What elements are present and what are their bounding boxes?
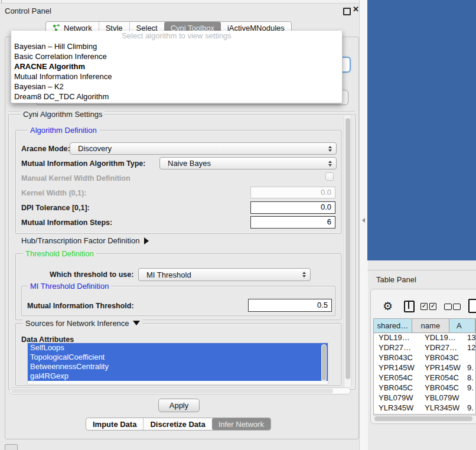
splitter-collapse-icon[interactable] <box>362 218 365 223</box>
document-icon[interactable] <box>468 299 476 313</box>
table-row[interactable]: YER054CYER054C8. <box>374 373 475 383</box>
gear-icon[interactable]: ⚙ <box>383 299 393 313</box>
table-cell: YIL052C <box>379 413 409 415</box>
table-cell: 8. <box>467 373 474 382</box>
cyni-settings-legend: Cyni Algorithm Settings <box>21 110 105 119</box>
table-hscrollbar-thumb[interactable] <box>374 416 472 421</box>
kernel-width-label: Kernel Width (0,1): <box>21 189 86 197</box>
aracne-mode-select[interactable]: Discovery <box>70 142 337 155</box>
which-threshold-select[interactable]: MI Threshold <box>138 268 311 281</box>
table-cell: YBL079W <box>425 393 459 402</box>
attribute-list-item[interactable]: BetweennessCentrality <box>28 362 328 371</box>
table-row[interactable]: YBL079WYBL079W <box>374 393 475 403</box>
screen: Control Panel ✕ Network Style Select Cyn… <box>0 0 476 450</box>
unchecked-box-icon[interactable] <box>444 304 452 310</box>
table-cell: YBL079W <box>379 393 413 402</box>
top-tick <box>1 0 2 3</box>
sources-legend[interactable]: Sources for Network Inference <box>23 319 142 328</box>
settings-vscrollbar-thumb[interactable] <box>345 118 350 379</box>
table-row[interactable]: YLR345WYLR345W9. <box>374 403 475 413</box>
mi-threshold-label: Mutual Information Threshold: <box>27 302 134 310</box>
algorithm-definition-legend: Algorithm Definition <box>28 126 99 135</box>
settings-vscrollbar[interactable] <box>344 116 351 387</box>
settings-hscrollbar-thumb[interactable] <box>11 389 333 393</box>
dpi-tolerance-input[interactable]: 0.0 <box>250 201 335 214</box>
table-cell: YDL19… <box>425 333 456 342</box>
control-panel-titlebar: Control Panel ✕ <box>0 4 359 19</box>
control-panel-title: Control Panel <box>5 6 51 15</box>
close-icon[interactable]: ✕ <box>353 5 359 14</box>
tab-infer-network[interactable]: Infer Network <box>212 418 270 430</box>
table-row[interactable]: YDR27…YDR27…12 <box>374 343 475 353</box>
threshold-definition-legend: Threshold Definition <box>23 249 96 258</box>
attribute-list-item[interactable]: TopologicalCoefficient <box>28 353 328 362</box>
table-cell: YBR045C <box>379 383 413 392</box>
table-cell: YDL19… <box>379 333 410 342</box>
algorithm-dropdown-popup: Select algorithm to view settings Bayesi… <box>11 31 343 103</box>
mi-steps-label: Mutual Information Steps: <box>21 219 112 227</box>
column-header-name[interactable]: name <box>412 319 449 332</box>
mi-steps-input[interactable]: 6 <box>250 216 335 229</box>
table-cell: 9. <box>467 363 474 372</box>
apply-button[interactable]: Apply <box>158 399 200 412</box>
tab-discretize-data[interactable]: Discretize Data <box>143 418 211 430</box>
dropdown-item[interactable]: ARACNE Algorithm <box>11 61 342 71</box>
column-header-clipped[interactable]: A <box>449 319 475 332</box>
attribute-list-item[interactable]: gal4RGexp <box>28 371 328 381</box>
dropdown-items: Bayesian – Hill ClimbingBasic Correlatio… <box>11 41 342 102</box>
dropdown-item[interactable]: Bayesian – K2 <box>11 81 342 92</box>
table-row[interactable]: YDL19…YDL19…13 <box>374 333 475 343</box>
kernel-width-input[interactable]: 0.0 <box>250 187 335 198</box>
table-cell: 12 <box>467 343 475 352</box>
table-panel-divider <box>367 270 476 270</box>
checked-box-icon[interactable]: ✓ <box>420 303 428 310</box>
tab-impute-data[interactable]: Impute Data <box>86 418 143 430</box>
mi-algorithm-type-select[interactable]: Naive Bayes <box>159 157 337 169</box>
aracne-mode-label: Aracne Mode: <box>21 145 70 153</box>
unchecked-box-icon[interactable] <box>453 304 461 310</box>
table-cell: 13 <box>467 333 475 342</box>
table-row[interactable]: YIL052CYIL052C9 <box>374 413 475 415</box>
table-panel-title: Table Panel <box>376 275 416 284</box>
mi-threshold-legend: MI Threshold Definition <box>28 282 111 291</box>
stepper-arrows-icon <box>298 272 310 278</box>
dropdown-item[interactable]: Bayesian – Hill Climbing <box>11 41 342 51</box>
stepper-arrows-icon <box>324 161 336 167</box>
table-row[interactable]: YBR043CYBR043C <box>374 353 475 363</box>
column-header-shared-name[interactable]: shared… <box>374 319 412 332</box>
dpi-tolerance-label: DPI Tolerance [0,1]: <box>21 204 90 212</box>
table-cell: YER054C <box>379 373 413 382</box>
list-scrollbar[interactable] <box>321 344 327 382</box>
table-row[interactable]: YPR145WYPR145W9. <box>374 363 475 373</box>
table-cell: YDR27… <box>379 343 411 352</box>
table-cell: YPR145W <box>379 363 415 372</box>
table-cell: YBR045C <box>425 383 459 392</box>
float-window-icon[interactable] <box>343 8 351 15</box>
hub-definition-toggle[interactable]: Hub/Transcription Factor Definition <box>21 236 149 245</box>
table-cell: 9. <box>467 403 474 412</box>
table-cell: YLR345W <box>425 403 459 412</box>
stepper-arrows-icon <box>324 146 336 152</box>
table-cell: YBR043C <box>425 353 459 362</box>
table-cell: YDR27… <box>425 343 457 352</box>
table-cell: 9 <box>467 413 471 415</box>
dropdown-item[interactable]: Dream8 DC_TDC Algorithm <box>11 92 342 102</box>
panel-splitter[interactable] <box>359 0 368 450</box>
dropdown-placeholder: Select algorithm to view settings <box>11 31 342 41</box>
manual-kernel-width-checkbox[interactable] <box>325 172 334 181</box>
checked-box-icon[interactable]: ✓ <box>429 303 436 310</box>
table-cell: YIL052C <box>425 413 455 415</box>
node-table[interactable]: shared… name A YDL19…YDL19…13YDR27…YDR27… <box>373 318 476 415</box>
bottom-tabs: Impute Data Discretize Data Infer Networ… <box>86 418 271 431</box>
dropdown-item[interactable]: Mutual Information Inference <box>11 71 342 81</box>
mi-threshold-input[interactable]: 0.5 <box>248 299 332 312</box>
split-columns-icon[interactable] <box>404 301 415 312</box>
data-attributes-list[interactable]: SelfLoopsTopologicalCoefficientBetweenne… <box>27 343 328 384</box>
settings-hscrollbar[interactable] <box>9 387 351 394</box>
table-hscrollbar[interactable] <box>373 415 476 422</box>
bottom-left-widget[interactable] <box>5 444 18 450</box>
table-cell: 9. <box>467 383 474 392</box>
table-row[interactable]: YBR045CYBR045C9. <box>374 383 475 393</box>
attribute-list-item[interactable]: SelfLoops <box>28 343 328 353</box>
dropdown-item[interactable]: Basic Correlation Inference <box>11 51 342 61</box>
